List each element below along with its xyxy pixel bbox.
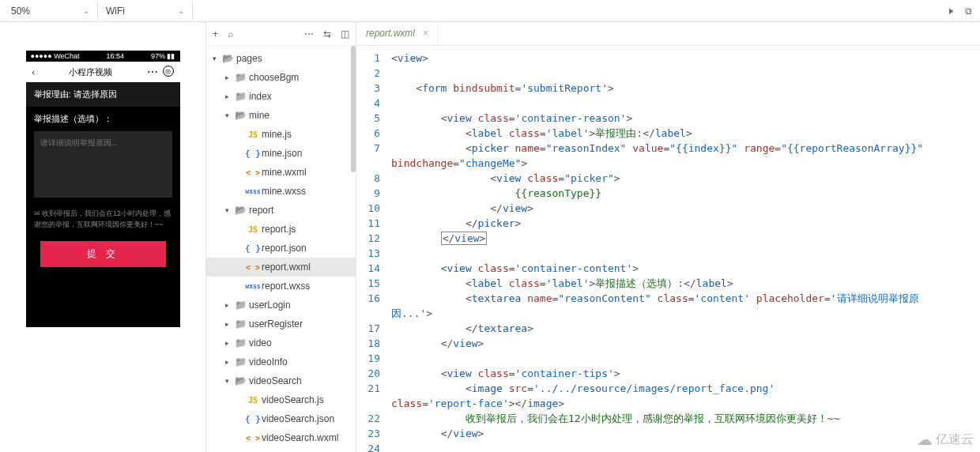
tree-item-video[interactable]: ▸video (206, 333, 356, 352)
line-gutter: 1234567891011121314151617181920212223242… (356, 46, 388, 452)
search-icon[interactable]: ⌕ (228, 28, 233, 40)
desc-label: 举报描述（选填）： (26, 107, 180, 131)
tree-item-videoSearch.json[interactable]: { }videoSearch.json (206, 409, 356, 428)
split-icon[interactable]: ◫ (341, 28, 349, 40)
tab-label: report.wxml (366, 28, 415, 39)
close-icon[interactable]: × (423, 28, 428, 39)
mute-icon[interactable]: 🕨 (942, 6, 959, 17)
simulator-panel: ●●●●● WeChat 16:54 97% ▮▮ ‹ 小程序视频 ⋯ ◎ 举报… (0, 22, 205, 452)
editor-tab[interactable]: report.wxml × (356, 21, 439, 45)
tree-item-report.js[interactable]: JSreport.js (206, 220, 356, 239)
tree-item-videoSearch.wxss[interactable]: wxssvideoSearch.wxss (206, 447, 356, 452)
chevron-down-icon: ⌄ (178, 6, 184, 15)
status-time: 16:54 (106, 52, 124, 60)
network-select[interactable]: WiFi ⌄ (98, 2, 193, 21)
submit-button[interactable]: 提 交 (40, 241, 166, 267)
tree-item-mine.wxss[interactable]: wxssmine.wxss (206, 182, 356, 201)
status-carrier: ●●●●● WeChat (31, 52, 80, 60)
reason-label[interactable]: 举报理由: 请选择原因 (26, 82, 180, 107)
watermark: ☁ 亿速云 (917, 430, 974, 449)
phone-preview: ●●●●● WeChat 16:54 97% ▮▮ ‹ 小程序视频 ⋯ ◎ 举报… (26, 51, 180, 327)
tree-item-report.wxss[interactable]: wxssreport.wxss (206, 277, 356, 296)
tree-item-report.json[interactable]: { }report.json (206, 239, 356, 258)
tree-item-videoSearch.wxml[interactable]: < >videoSearch.wxml (206, 428, 356, 447)
status-battery: 97% ▮▮ (151, 52, 175, 60)
tips-text: ✉ 收到举报后，我们会在12小时内处理，感谢您的举报，互联网环境因你更美好！~~ (26, 198, 180, 241)
chevron-down-icon: ⌄ (83, 6, 89, 15)
tree-item-mine.json[interactable]: { }mine.json (206, 144, 356, 163)
more-icon[interactable]: ⋯ (147, 66, 158, 78)
network-value: WiFi (106, 6, 125, 17)
tree-item-report.wxml[interactable]: < >report.wxml (206, 258, 356, 277)
file-explorer: + ⌕ ⋯ ⇆ ◫ ▾pages▸chooseBgm▸index▾mineJSm… (205, 22, 356, 452)
watermark-text: 亿速云 (936, 431, 974, 448)
scrollbar[interactable] (351, 46, 356, 172)
target-icon[interactable]: ◎ (163, 66, 174, 77)
more-icon[interactable]: ⋯ (304, 28, 314, 40)
tree-item-mine.wxml[interactable]: < >mine.wxml (206, 163, 356, 182)
tree-item-pages[interactable]: ▾pages (206, 49, 356, 68)
desc-textarea[interactable]: 请详细说明举报原因... (34, 131, 172, 198)
settings-icon[interactable]: ⇆ (323, 28, 331, 40)
tree-item-mine[interactable]: ▾mine (206, 106, 356, 125)
zoom-select[interactable]: 50% ⌄ (3, 2, 98, 21)
tree-item-userLogin[interactable]: ▸userLogin (206, 296, 356, 315)
tree-item-videoSearch[interactable]: ▾videoSearch (206, 371, 356, 390)
tree-item-chooseBgm[interactable]: ▸chooseBgm (206, 68, 356, 87)
code-content[interactable]: <view> <form bindsubmit='submitReport'> … (388, 46, 980, 452)
tree-item-report[interactable]: ▾report (206, 201, 356, 220)
tree-item-mine.js[interactable]: JSmine.js (206, 125, 356, 144)
simulator-toolbar: 50% ⌄ WiFi ⌄ 🕨 ⧉ (0, 0, 980, 22)
detach-icon[interactable]: ⧉ (959, 6, 977, 17)
new-file-icon[interactable]: + (213, 28, 218, 40)
back-icon[interactable]: ‹ (32, 68, 35, 77)
tree-item-videoInfo[interactable]: ▸videoInfo (206, 352, 356, 371)
page-title: 小程序视频 (69, 66, 112, 78)
tree-item-index[interactable]: ▸index (206, 87, 356, 106)
tree-item-videoSearch.js[interactable]: JSvideoSearch.js (206, 390, 356, 409)
cloud-icon: ☁ (917, 430, 933, 449)
code-editor: report.wxml × 12345678910111213141516171… (356, 22, 980, 452)
zoom-value: 50% (11, 6, 30, 17)
tree-item-userRegister[interactable]: ▸userRegister (206, 315, 356, 333)
